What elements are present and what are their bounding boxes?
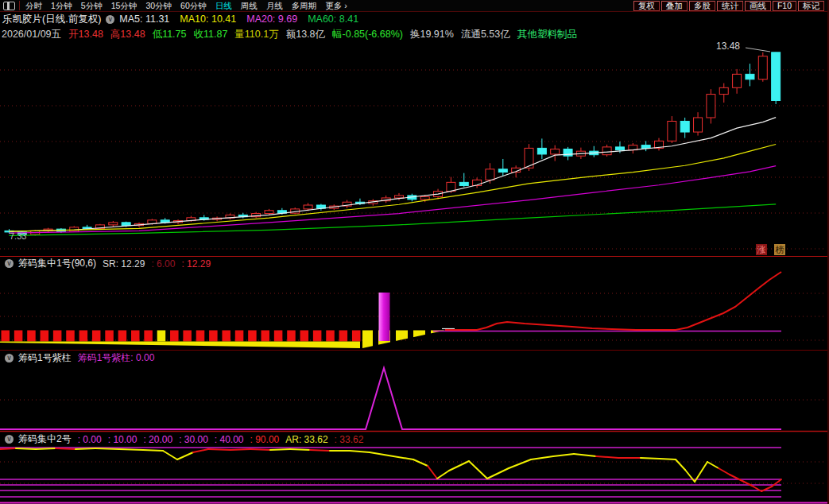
chevron-down-icon[interactable]: ∨ [106, 15, 114, 24]
menu-separator [19, 1, 20, 10]
menu-item-4[interactable]: 15分钟 [111, 1, 138, 11]
period-menubar: 分时1分钟5分钟15分钟30分钟60分钟日线周线月线多周期更多 › 复权叠加多股… [0, 0, 827, 12]
panel1-indicator [0, 272, 781, 349]
menu-item-2[interactable]: 1分钟 [51, 1, 72, 11]
toolbar-button-7[interactable]: 标记 [798, 1, 824, 11]
high-price-label: 13.48 [716, 41, 740, 52]
panel3-values: : 0.00: 10.00: 20.00: 30.00: 40.00: 90.0… [78, 434, 364, 445]
quote-item-8: 幅-0.85(-6.68%) [332, 28, 403, 41]
ma-value-2: MA10: 10.41 [180, 14, 236, 25]
panel2-indicator [0, 368, 781, 429]
panel3-header: ∨ 筹码集中2号 : 0.00: 10.00: 20.00: 30.00: 40… [0, 432, 827, 446]
toolbar-button-2[interactable]: 叠加 [661, 1, 688, 11]
panel1-value-2: : 6.00 [151, 258, 175, 269]
panel3-value-3: : 20.00 [143, 434, 172, 445]
menu-item-6[interactable]: 60分钟 [180, 1, 207, 11]
quote-item-6: 量110.1万 [234, 28, 278, 41]
panel2-title: 筹码1号紫柱 [18, 351, 72, 365]
toolbar-button-4[interactable]: 统计 [717, 1, 743, 11]
toolbar-button-5[interactable]: 画线 [745, 1, 771, 11]
menu-item-7[interactable]: 日线 [215, 1, 232, 11]
menu-item-9[interactable]: 月线 [266, 1, 283, 11]
quote-row: 2026/01/09五开13.48高13.48低11.75收11.87量110.… [0, 27, 827, 41]
quote-item-4: 低11.75 [153, 28, 187, 41]
quote-item-7: 额13.8亿 [286, 28, 325, 41]
quote-values: 2026/01/09五开13.48高13.48低11.75收11.87量110.… [2, 28, 577, 41]
quote-item-2: 开13.48 [68, 28, 103, 41]
period-menu-items: 分时1分钟5分钟15分钟30分钟60分钟日线周线月线多周期更多 › [25, 1, 347, 11]
window-layout-icon[interactable] [3, 2, 15, 10]
quote-item-9: 换19.91% [410, 28, 454, 41]
rise-badge-button[interactable]: 涨 [756, 244, 767, 255]
rank-badge-button[interactable]: 榜 [774, 244, 785, 255]
panel3-value-8: : 33.62 [335, 434, 364, 445]
menu-item-3[interactable]: 5分钟 [81, 1, 103, 11]
high-label-pointer [746, 48, 770, 52]
panel2-header: ∨ 筹码1号紫柱 筹码1号紫柱: 0.00 [0, 351, 827, 365]
ma-value-4: MA60: 8.41 [308, 14, 358, 25]
candlestick-series [5, 52, 781, 237]
panel2-values: 筹码1号紫柱: 0.00 [78, 351, 155, 365]
menu-item-10[interactable]: 多周期 [292, 1, 317, 11]
menu-item-1[interactable]: 分时 [25, 1, 42, 11]
panel1-values: SR: 12.29: 6.00: 12.29 [103, 258, 211, 269]
panel2-value-1: 筹码1号紫柱: 0.00 [78, 351, 155, 365]
trading-app-window: 分时1分钟5分钟15分钟30分钟60分钟日线周线月线多周期更多 › 复权叠加多股… [0, 0, 829, 504]
stock-title: 乐凯胶片(日线.前复权) [2, 13, 101, 26]
toolbar-button-3[interactable]: 多股 [689, 1, 715, 11]
ma-value-3: MA20: 9.69 [246, 14, 297, 25]
sr-line [445, 272, 781, 330]
panel3-chevron-icon[interactable]: ∨ [5, 435, 14, 444]
toolbar-button-6[interactable]: F10 [773, 1, 796, 11]
quote-item-11: 其他塑料制品 [517, 28, 577, 41]
panel3-indicator [0, 448, 781, 497]
quote-item-3: 高13.48 [110, 28, 145, 41]
menu-item-8[interactable]: 周线 [241, 1, 258, 11]
panel3-value-1: : 0.00 [78, 434, 102, 445]
panel3-value-7: AR: 33.62 [285, 434, 327, 445]
panel1-title: 筹码集中1号(90,6) [18, 257, 96, 270]
panel3-value-2: : 10.00 [108, 434, 138, 445]
panel2-chevron-icon[interactable]: ∨ [5, 354, 14, 362]
quote-item-10: 流通5.53亿 [461, 28, 510, 41]
toolbar-buttons: 复权叠加多股统计画线F10标记 [633, 0, 824, 11]
chart-area[interactable] [0, 0, 829, 504]
stock-info-row: 乐凯胶片(日线.前复权) ∨ MA5: 11.31MA10: 10.41MA20… [0, 12, 827, 26]
panel3-value-4: : 30.00 [179, 434, 208, 445]
quote-item-1: 2026/01/09五 [2, 28, 61, 41]
low-price-label: 7.33 [10, 231, 26, 241]
ma-lines [10, 118, 777, 236]
toolbar-button-1[interactable]: 复权 [633, 1, 660, 11]
quote-item-5: 收11.87 [193, 28, 227, 41]
ma-value-1: MA5: 11.31 [119, 14, 169, 25]
panel3-title: 筹码集中2号 [18, 432, 72, 446]
panel1-chevron-icon[interactable]: ∨ [5, 259, 14, 268]
panel1-value-3: : 12.29 [181, 258, 211, 269]
panel1-value-1: SR: 12.29 [103, 258, 145, 269]
panel3-value-5: : 40.00 [215, 434, 244, 445]
purple-spike-line [0, 368, 781, 429]
purple-column-bar [379, 293, 390, 341]
menu-item-more[interactable]: 更多 › [325, 1, 347, 11]
menu-item-5[interactable]: 30分钟 [145, 1, 172, 11]
panel3-value-6: : 90.00 [250, 434, 280, 445]
ma-values: MA5: 11.31MA10: 10.41MA20: 9.69MA60: 8.4… [119, 14, 358, 25]
panel1-header: ∨ 筹码集中1号(90,6) SR: 12.29: 6.00: 12.29 [0, 257, 827, 270]
